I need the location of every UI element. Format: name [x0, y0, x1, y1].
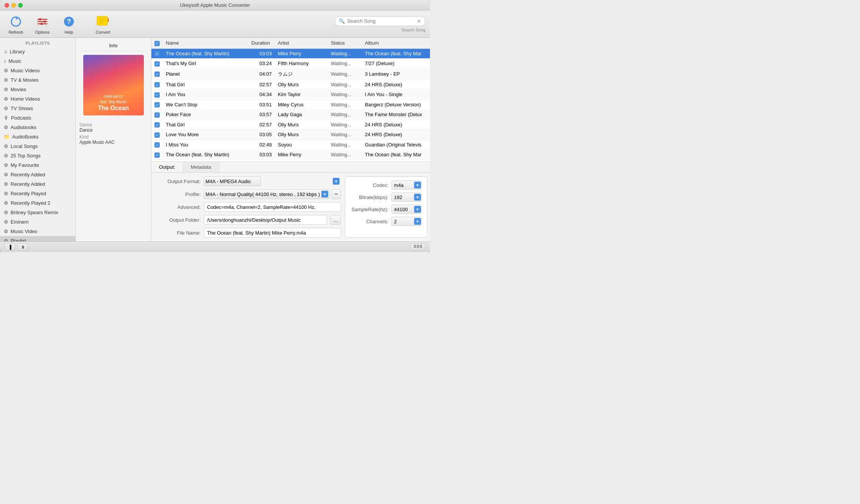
output-folder-input[interactable]	[204, 215, 327, 225]
table-row[interactable]: ✓ That's My Girl 03:24 Fifth Harmony Wai…	[151, 59, 430, 69]
refresh-button[interactable]: Refresh	[5, 14, 27, 34]
row-checkbox[interactable]: ✓	[154, 82, 160, 87]
row-checkbox[interactable]: ✓	[154, 61, 160, 67]
sidebar-item-movies[interactable]: ⚙ Movies	[0, 85, 75, 94]
sidebar-item-music[interactable]: ♪ Music	[0, 56, 75, 66]
bitrate-select[interactable]: 192	[391, 193, 422, 202]
minimize-button[interactable]	[11, 3, 16, 8]
output-format-select[interactable]: M4A - MPEG4 Audio	[204, 176, 261, 186]
browse-button[interactable]: ...	[330, 215, 341, 225]
sidebar-item-playlist[interactable]: ⚙ Playlist	[0, 236, 75, 241]
sidebar-item-tv-shows[interactable]: ⚙ TV Shows	[0, 104, 75, 113]
col-header-duration: Duration	[248, 38, 275, 48]
sidebar-item-eminem[interactable]: ⚙ Eminem	[0, 217, 75, 227]
tab-metadata[interactable]: Metadata	[183, 162, 219, 172]
table-row[interactable]: ✓ I Miss You 02:49 Soyou Waiting... Guar…	[151, 140, 430, 150]
row-checkbox-cell[interactable]: ✓	[151, 90, 163, 100]
maximize-button[interactable]	[18, 3, 23, 8]
row-checkbox[interactable]: ✓	[154, 102, 160, 107]
row-checkbox[interactable]: ✓	[154, 112, 160, 118]
table-row[interactable]: ✓ That Girl 02:57 Olly Murs Waiting... 2…	[151, 79, 430, 90]
table-row[interactable]: ✓ I Am You 04:34 Kim Taylor Waiting... I…	[151, 90, 430, 100]
row-checkbox[interactable]: ✓	[154, 51, 160, 56]
profile-select[interactable]: M4A - Normal Quality( 44100 Hz, stereo ,…	[204, 189, 330, 199]
close-button[interactable]	[5, 3, 9, 8]
row-checkbox-cell[interactable]: ✓	[151, 150, 163, 160]
sidebar-item-recently-added2[interactable]: ⚙ Recently Added	[0, 179, 75, 189]
songs-table-container[interactable]: ✓ Name Duration Artist Status Album ✓ Th…	[151, 38, 430, 162]
row-checkbox[interactable]: ✓	[154, 152, 160, 158]
sidebar-item-recently-played2[interactable]: ⚙ Recently Played 2	[0, 198, 75, 208]
col-header-checkbox[interactable]: ✓	[151, 38, 163, 48]
row-checkbox[interactable]: ✓	[154, 72, 160, 77]
table-row[interactable]: ✓ Love You More 03:05 Olly Murs Waiting.…	[151, 130, 430, 140]
sidebar-item-recently-played[interactable]: ⚙ Recently Played	[0, 189, 75, 198]
sidebar-item-podcasts[interactable]: 🎙 Podcasts	[0, 113, 75, 123]
row-checkbox-cell[interactable]: ✓	[151, 130, 163, 140]
sidebar-item-audiobooks2[interactable]: 📁 AudioBooks	[0, 132, 75, 142]
search-box[interactable]: 🔍 ✕	[335, 16, 425, 26]
recently-played-icon: ⚙	[4, 191, 8, 196]
row-checkbox[interactable]: ✓	[154, 142, 160, 148]
titlebar: Ukeysoft Apple Music Converter	[0, 0, 430, 11]
table-row[interactable]: ✓ Planet 04:07 ラムジ Waiting... 3 Lambsey …	[151, 68, 430, 79]
row-checkbox-cell[interactable]: ✓	[151, 48, 163, 59]
sidebar-item-25-top-songs[interactable]: ⚙ 25 Top Songs	[0, 151, 75, 160]
sidebar-item-recently-added[interactable]: ⚙ Recently Added	[0, 170, 75, 179]
table-row[interactable]: ✓ That Girl 02:57 Olly Murs Waiting... 2…	[151, 120, 430, 130]
search-input[interactable]	[347, 18, 414, 24]
file-name-input[interactable]	[204, 228, 341, 238]
row-checkbox[interactable]: ✓	[154, 92, 160, 98]
sidebar-item-label: 25 Top Songs	[11, 153, 41, 159]
sidebar-item-label: Eminem	[11, 219, 29, 225]
table-row[interactable]: ✓ The Ocean (feat. Shy Martin) 03:03 Mik…	[151, 150, 430, 160]
home-videos-icon: ⚙	[4, 96, 8, 102]
pause-button[interactable]: ⏸	[17, 243, 28, 251]
row-checkbox[interactable]: ✓	[154, 122, 160, 128]
britney-spears-icon: ⚙	[4, 210, 8, 215]
row-name: Love You More	[163, 130, 248, 140]
row-checkbox-cell[interactable]: ✓	[151, 120, 163, 130]
sidebar-item-local-songs[interactable]: ⚙ Local Songs	[0, 142, 75, 151]
sidebar-item-music-videos[interactable]: ⚙ Music Videos	[0, 66, 75, 75]
play-button[interactable]: ▐	[5, 243, 15, 251]
row-duration: 03:51	[248, 100, 275, 110]
sidebar-item-britney-spears[interactable]: ⚙ Britney Spears Remix	[0, 208, 75, 217]
table-row[interactable]: ✓ Poker Face 03:57 Lady Gaga Waiting... …	[151, 110, 430, 120]
table-row[interactable]: ✓ The Ocean (feat. Shy Martin) 03:03 Mik…	[151, 48, 430, 59]
row-checkbox-cell[interactable]: ✓	[151, 110, 163, 120]
codec-select[interactable]: m4a	[391, 180, 422, 190]
tab-output[interactable]: Output:	[151, 162, 183, 172]
sidebar-item-library[interactable]: ♫ Library	[0, 47, 75, 56]
toolbar: Refresh Options ? Help Convert 🔍	[0, 11, 430, 38]
channels-select[interactable]: 2	[391, 217, 422, 226]
row-checkbox-cell[interactable]: ✓	[151, 59, 163, 69]
sidebar-item-music-video[interactable]: ⚙ Music Video	[0, 227, 75, 236]
sidebar-item-my-favourite[interactable]: ⚙ My Favourite	[0, 160, 75, 170]
kind-value: Apple Music AAC	[79, 140, 147, 145]
music-icon: ♪	[4, 58, 6, 64]
row-checkbox-cell[interactable]: ✓	[151, 68, 163, 79]
row-album: Bangerz (Deluxe Version)	[362, 100, 430, 110]
advanced-input[interactable]	[204, 202, 341, 212]
row-checkbox-cell[interactable]: ✓	[151, 100, 163, 110]
row-status: Waiting...	[328, 48, 362, 59]
options-button[interactable]: Options	[31, 14, 54, 34]
row-checkbox-cell[interactable]: ✓	[151, 140, 163, 150]
help-button[interactable]: ? Help	[58, 14, 80, 34]
row-checkbox[interactable]: ✓	[154, 132, 160, 138]
row-checkbox-cell[interactable]: ✓	[151, 79, 163, 90]
sidebar-item-audiobooks[interactable]: ⚙ Audiobooks	[0, 123, 75, 132]
select-all-checkbox[interactable]: ✓	[154, 41, 160, 46]
sidebar-item-home-videos[interactable]: ⚙ Home Videos	[0, 94, 75, 104]
profile-minus-button[interactable]: −	[331, 189, 341, 199]
search-clear-icon[interactable]: ✕	[417, 18, 421, 24]
samplerate-select[interactable]: 44100	[391, 205, 422, 214]
resize-handle[interactable]: ⠿⠿⠿	[410, 243, 425, 251]
sidebar-item-tv-movies[interactable]: ⚙ TV & Movies	[0, 75, 75, 85]
table-row[interactable]: ✓ We Can't Stop 03:51 Miley Cyrus Waitin…	[151, 100, 430, 110]
svg-point-2	[44, 20, 46, 23]
convert-button[interactable]: Convert	[92, 14, 114, 34]
row-status: Waiting...	[328, 110, 362, 120]
recently-added-icon: ⚙	[4, 172, 8, 177]
